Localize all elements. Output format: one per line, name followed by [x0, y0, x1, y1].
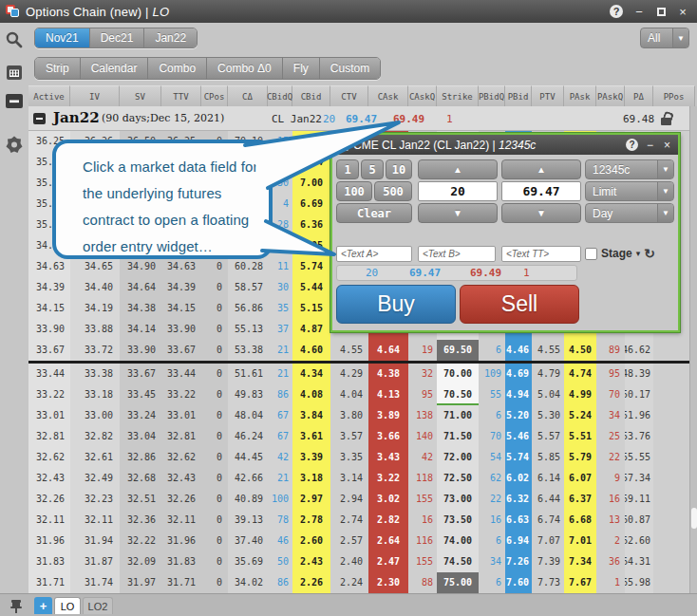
- cell-cask[interactable]: 3.22: [368, 468, 408, 489]
- cell-sv[interactable]: 32.68: [120, 468, 161, 489]
- cell-cbidq[interactable]: 67: [268, 426, 292, 447]
- underlying-bid[interactable]: 69.47: [346, 113, 377, 125]
- cell-active[interactable]: 32.11: [28, 510, 70, 531]
- cell-iv[interactable]: 32.49: [70, 468, 120, 489]
- cell-ttv[interactable]: 32.81: [161, 426, 201, 447]
- cell-cbidq[interactable]: 46: [268, 531, 292, 551]
- cell-cask[interactable]: 2.64: [368, 531, 408, 551]
- quantity-field[interactable]: 20: [418, 181, 498, 201]
- cell-pbidq[interactable]: 22: [479, 489, 505, 510]
- cell-pdelta[interactable]: 57.34: [625, 468, 653, 489]
- cell-paskq[interactable]: 2: [596, 531, 625, 551]
- cell-active[interactable]: 33.67: [28, 340, 70, 361]
- cell-cpos[interactable]: 0: [201, 405, 228, 426]
- cell-active[interactable]: 31.83: [28, 551, 70, 572]
- cell-sv[interactable]: 32.36: [120, 510, 161, 531]
- cell-caskq[interactable]: 32: [408, 364, 437, 384]
- tab-dec21[interactable]: Dec21: [90, 28, 145, 47]
- cell-cbid[interactable]: 3.84: [292, 405, 330, 426]
- cell-cbid[interactable]: 4.08: [292, 384, 330, 405]
- cell-cbidq[interactable]: 21: [268, 340, 292, 361]
- cell-iv[interactable]: 31.94: [70, 531, 120, 551]
- filter-dropdown[interactable]: All▼: [640, 28, 689, 48]
- cell-active[interactable]: 32.43: [28, 468, 70, 489]
- cell-strike[interactable]: 72.50: [437, 468, 479, 489]
- cell-pbid[interactable]: 5.74: [505, 447, 532, 468]
- cell-iv[interactable]: 34.19: [70, 298, 120, 319]
- cell-paskq[interactable]: 25: [596, 426, 625, 447]
- cell-cbid[interactable]: 2.43: [292, 551, 330, 572]
- cell-pbidq[interactable]: 6: [479, 531, 505, 551]
- stage-label[interactable]: Stage: [601, 247, 632, 260]
- column-header-pbidq[interactable]: PBidQ: [479, 85, 505, 106]
- underlying-contract[interactable]: CL Jan22: [272, 113, 322, 125]
- buy-button[interactable]: Buy: [336, 285, 456, 324]
- cell-ttv[interactable]: 33.01: [161, 405, 201, 426]
- cell-caskq[interactable]: 19: [408, 340, 437, 361]
- cell-cbid[interactable]: 5.44: [292, 277, 330, 298]
- cell-cbidq[interactable]: 78: [268, 510, 292, 531]
- cell-ttv[interactable]: 34.15: [161, 298, 201, 319]
- minimize-icon[interactable]: −: [631, 4, 647, 19]
- cell-caskq[interactable]: 42: [408, 447, 437, 468]
- cell-pask[interactable]: 5.51: [564, 426, 596, 447]
- cell-cdelta[interactable]: 56.86: [228, 298, 268, 319]
- column-header-pdelta[interactable]: PΔ: [625, 85, 653, 106]
- cell-iv[interactable]: 33.72: [70, 340, 120, 361]
- cell-strike[interactable]: 74.00: [437, 531, 479, 551]
- cell-iv[interactable]: 31.74: [70, 572, 120, 593]
- close-icon[interactable]: ×: [675, 4, 690, 19]
- calendar-icon[interactable]: [5, 63, 24, 82]
- cell-strike[interactable]: 70.00: [437, 364, 479, 384]
- clear-button[interactable]: Clear: [336, 203, 412, 223]
- column-header-ppos[interactable]: PPos: [653, 85, 695, 106]
- cell-caskq[interactable]: 155: [408, 489, 437, 510]
- cell-caskq[interactable]: 140: [408, 426, 437, 447]
- cell-cbid[interactable]: 2.78: [292, 510, 330, 531]
- cell-active[interactable]: 32.81: [28, 426, 70, 447]
- cell-pbidq[interactable]: 55: [479, 384, 505, 405]
- cell-strike[interactable]: 74.50: [437, 551, 479, 572]
- sell-button[interactable]: Sell: [460, 285, 579, 324]
- cell-pbid[interactable]: 6.02: [505, 468, 532, 489]
- tif-dropdown[interactable]: Day▼: [585, 203, 674, 223]
- cell-cbidq[interactable]: 21: [268, 364, 292, 384]
- cell-ptv[interactable]: 6.14: [532, 468, 564, 489]
- column-header-strike[interactable]: Strike: [437, 85, 479, 106]
- cell-pdelta[interactable]: 51.96: [625, 405, 653, 426]
- column-header-caskq[interactable]: CAskQ: [408, 85, 437, 106]
- cell-pask[interactable]: 7.67: [564, 572, 596, 593]
- cell-sv[interactable]: 32.09: [120, 551, 161, 572]
- cell-paskq[interactable]: 34: [596, 405, 625, 426]
- cell-pdelta[interactable]: 53.76: [625, 426, 653, 447]
- cell-ptv[interactable]: 5.85: [532, 447, 564, 468]
- cell-cpos[interactable]: 0: [201, 489, 228, 510]
- cell-ctv[interactable]: 2.40: [330, 551, 368, 572]
- add-workspace-tab[interactable]: +: [34, 597, 52, 614]
- cell-sv[interactable]: 32.51: [120, 489, 161, 510]
- cell-cbid[interactable]: 2.60: [292, 531, 330, 551]
- cell-cbid[interactable]: 4.87: [292, 319, 330, 340]
- maximize-icon[interactable]: [653, 4, 669, 19]
- cell-pask[interactable]: 6.37: [564, 489, 596, 510]
- settings-gear-icon[interactable]: [5, 135, 24, 154]
- cell-ptv[interactable]: 7.39: [532, 551, 564, 572]
- cell-ttv[interactable]: 31.71: [161, 572, 201, 593]
- cell-cdelta[interactable]: 46.24: [228, 426, 268, 447]
- cell-pbid[interactable]: 4.46: [505, 340, 532, 361]
- cell-strike[interactable]: 73.50: [437, 510, 479, 531]
- strategy-combo-d0[interactable]: Combo Δ0: [207, 58, 283, 79]
- column-header-cdelta[interactable]: CΔ: [228, 85, 268, 106]
- cell-cdelta[interactable]: 35.69: [228, 551, 268, 572]
- cell-cbid[interactable]: 6.05: [292, 235, 330, 256]
- cell-iv[interactable]: 33.18: [70, 384, 120, 405]
- cell-cdelta[interactable]: 44.45: [228, 447, 268, 468]
- pin-icon[interactable]: [9, 599, 23, 612]
- cell-pask[interactable]: 7.34: [564, 551, 596, 572]
- cell-ttv[interactable]: 32.26: [161, 489, 201, 510]
- cell-cbid[interactable]: 3.18: [292, 468, 330, 489]
- cell-cdelta[interactable]: 55.13: [228, 319, 268, 340]
- vertical-scrollbar[interactable]: [689, 106, 697, 593]
- column-header-cpos[interactable]: CPos: [201, 85, 228, 106]
- widget-bid-price[interactable]: 69.47: [409, 267, 441, 279]
